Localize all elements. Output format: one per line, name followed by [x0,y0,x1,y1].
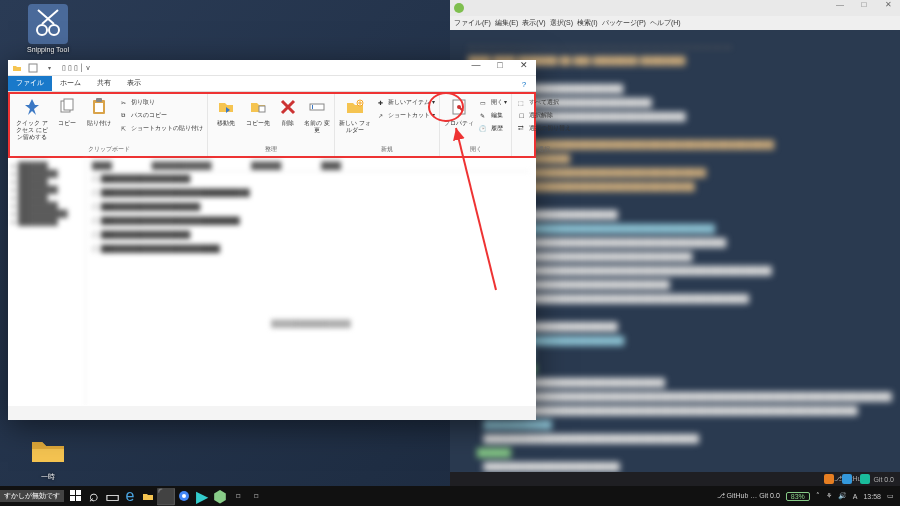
explorer-body: ▸ ██████▸ ████████▸ ██████▸ ████████▸ ██… [8,158,536,406]
taskbar-app-generic-1[interactable]: ▫ [230,488,246,504]
snipping-tool-icon [28,4,68,44]
tray-branch[interactable]: ⎇ GitHub … Git 0.0 [717,492,780,500]
tray-battery[interactable]: 83% [786,492,810,501]
taskbar-app-chrome[interactable] [176,488,192,504]
properties-icon [448,96,470,118]
explorer-titlebar[interactable]: ▾ ▯ ▯ ▯ │ v — □ ✕ [8,60,536,76]
properties-button[interactable]: プロパティ [444,96,474,144]
ribbon-help-button[interactable]: ? [518,79,530,91]
explorer-title-path: ▯ ▯ ▯ │ v [62,64,90,72]
delete-button[interactable]: 削除 [276,96,300,144]
tab-home[interactable]: ホーム [52,76,89,91]
invert-selection-icon: ⮂ [516,123,526,133]
new-folder-button[interactable]: 新しい フォルダー [339,96,371,144]
paste-icon [88,96,110,118]
editor-maximize-button[interactable]: □ [852,0,876,16]
tray-notifications-icon[interactable]: ▭ [887,492,894,500]
copy-icon [56,96,78,118]
editor-menubar: ファイル(F) 編集(E) 表示(V) 選択(S) 検索(I) パッケージ(P)… [450,16,900,30]
taskbar-app-vscode[interactable]: ▶ [194,488,210,504]
svg-rect-18 [76,496,81,501]
explorer-nav-pane[interactable]: ▸ ██████▸ ████████▸ ██████▸ ████████▸ ██… [8,158,86,406]
shortcut-icon: ↗ [375,110,385,120]
new-shortcut-button[interactable]: ↗ショートカット ▾ [375,109,435,121]
rename-icon [306,96,328,118]
menu-help[interactable]: ヘルプ(H) [650,18,681,28]
menu-file[interactable]: ファイル(F) [454,18,491,28]
task-view-button[interactable]: ▭ [104,488,120,504]
tray-icon-3[interactable] [860,474,870,484]
menu-edit[interactable]: 編集(E) [495,18,518,28]
select-none-button[interactable]: ☐選択解除 [516,109,571,121]
svg-rect-7 [95,103,103,112]
status-git[interactable]: Git 0.0 [873,476,894,483]
history-icon: 🕑 [478,123,488,133]
cut-button[interactable]: ✂切り取り [118,96,203,108]
pin-to-quick-access-button[interactable]: クイック アクセス にピン留めする [14,96,50,144]
edit-icon: ✎ [478,110,488,120]
folder-icon [28,430,68,470]
explorer-maximize-button[interactable]: □ [488,60,512,76]
svg-rect-6 [96,98,102,102]
desktop-icon-label: 一時 [18,472,78,482]
menu-package[interactable]: パッケージ(P) [602,18,646,28]
copy-button[interactable]: コピー [54,96,80,144]
atom-icon [454,3,464,13]
tray-clock[interactable]: 13:58 [863,493,881,500]
taskbar: すかしが無効です ⌕ ▭ e ⬛ ▶ ⬢ ▫ ▫ ⎇ GitHub … Git … [0,486,900,506]
ribbon-group-organize: 移動先 コピー先 削除 名前の 変更 整理 [208,94,335,156]
pin-icon [21,96,43,118]
explorer-minimize-button[interactable]: — [464,60,488,76]
desktop-icon-snipping-tool[interactable]: Snipping Tool [18,4,78,53]
explorer-close-button[interactable]: ✕ [512,60,536,76]
ribbon: クイック アクセス にピン留めする コピー 貼り付け ✂切り取り ⧉パスのコピー… [8,92,536,158]
copy-path-button[interactable]: ⧉パスのコピー [118,109,203,121]
qat-dropdown-icon[interactable]: ▾ [42,61,56,75]
editor-minimize-button[interactable]: — [828,0,852,16]
svg-rect-4 [64,99,73,110]
open-button[interactable]: ▭開く ▾ [478,96,508,108]
editor-titlebar[interactable]: — □ ✕ [450,0,900,16]
rename-button[interactable]: 名前の 変更 [304,96,330,144]
copy-path-icon: ⧉ [118,110,128,120]
taskbar-app-explorer[interactable] [140,488,156,504]
explorer-statusbar [8,406,536,420]
taskbar-app-edge[interactable]: e [122,488,138,504]
menu-view[interactable]: 表示(V) [522,18,545,28]
taskbar-app-generic-2[interactable]: ▫ [248,488,264,504]
explorer-file-list[interactable]: ██████████████████████████ ▢ ███████████… [86,158,536,406]
taskbar-status-text: すかしが無効です [0,490,64,502]
tray-volume-icon[interactable]: 🔊 [838,492,847,500]
paste-shortcut-button[interactable]: ⇱ショートカットの貼り付け [118,122,203,134]
menu-find[interactable]: 検索(I) [577,18,598,28]
tray-network-icon[interactable]: ⚘ [826,492,832,500]
editor-close-button[interactable]: ✕ [876,0,900,16]
qat-icon[interactable] [26,61,40,75]
tray-ime[interactable]: A [853,493,858,500]
move-to-button[interactable]: 移動先 [212,96,240,144]
svg-rect-2 [29,64,37,72]
tray-chevron[interactable]: ˄ [816,492,820,500]
menu-select[interactable]: 選択(S) [550,18,573,28]
copy-to-icon [247,96,269,118]
start-button[interactable] [68,488,84,504]
tab-file[interactable]: ファイル [8,76,52,91]
tab-view[interactable]: 表示 [119,76,149,91]
tray-icon-2[interactable] [842,474,852,484]
history-button[interactable]: 🕑履歴 [478,122,508,134]
paste-button[interactable]: 貼り付け [84,96,114,144]
edit-button[interactable]: ✎編集 [478,109,508,121]
desktop-icon-folder[interactable]: 一時 [18,430,78,482]
new-item-button[interactable]: ✚新しいアイテム ▾ [375,96,435,108]
select-none-icon: ☐ [516,110,526,120]
select-all-icon: ⬚ [516,97,526,107]
svg-point-1 [49,25,59,35]
invert-selection-button[interactable]: ⮂選択の切り替え [516,122,571,134]
search-button[interactable]: ⌕ [86,488,102,504]
tab-share[interactable]: 共有 [89,76,119,91]
tray-icon-1[interactable] [824,474,834,484]
taskbar-app-store[interactable]: ⬛ [158,488,174,504]
taskbar-app-atom[interactable]: ⬢ [212,488,228,504]
select-all-button[interactable]: ⬚すべて選択 [516,96,571,108]
copy-to-button[interactable]: コピー先 [244,96,272,144]
